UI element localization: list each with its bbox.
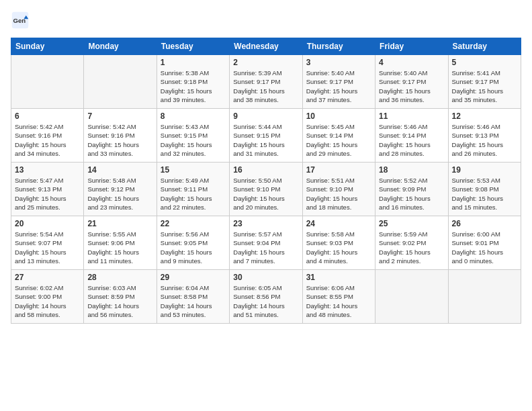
col-header-saturday: Saturday [448,38,521,55]
week-row-3: 20Sunrise: 5:54 AM Sunset: 9:07 PM Dayli… [11,216,521,270]
calendar-header-row: SundayMondayTuesdayWednesdayThursdayFrid… [11,38,521,55]
day-number: 1 [161,58,226,67]
col-header-wednesday: Wednesday [230,38,302,55]
day-info: Sunrise: 5:46 AM Sunset: 9:14 PM Dayligh… [379,122,444,158]
day-info: Sunrise: 6:00 AM Sunset: 9:01 PM Dayligh… [452,230,517,265]
col-header-monday: Monday [84,38,157,55]
day-number: 3 [306,58,371,67]
calendar-cell: 16Sunrise: 5:50 AM Sunset: 9:10 PM Dayli… [230,163,302,216]
calendar-cell: 19Sunrise: 5:53 AM Sunset: 9:08 PM Dayli… [448,163,521,216]
day-number: 23 [233,219,298,228]
day-info: Sunrise: 5:40 AM Sunset: 9:17 PM Dayligh… [379,68,444,104]
day-number: 22 [161,219,226,228]
logo-icon: Gen [11,11,30,30]
calendar-cell: 9Sunrise: 5:44 AM Sunset: 9:15 PM Daylig… [230,109,302,163]
calendar-cell: 28Sunrise: 6:03 AM Sunset: 8:59 PM Dayli… [84,270,157,324]
day-number: 20 [15,219,80,228]
day-number: 10 [306,111,371,121]
day-info: Sunrise: 5:49 AM Sunset: 9:11 PM Dayligh… [161,176,226,212]
calendar-cell: 1Sunrise: 5:38 AM Sunset: 9:18 PM Daylig… [157,55,229,109]
day-info: Sunrise: 5:41 AM Sunset: 9:17 PM Dayligh… [452,68,517,104]
week-row-1: 6Sunrise: 5:42 AM Sunset: 9:16 PM Daylig… [11,109,521,163]
day-info: Sunrise: 5:47 AM Sunset: 9:13 PM Dayligh… [15,176,80,212]
day-info: Sunrise: 5:46 AM Sunset: 9:13 PM Dayligh… [452,122,517,158]
day-number: 27 [15,273,80,282]
day-number: 16 [233,165,298,175]
calendar-cell: 8Sunrise: 5:43 AM Sunset: 9:15 PM Daylig… [157,109,229,163]
day-info: Sunrise: 5:59 AM Sunset: 9:02 PM Dayligh… [379,230,444,265]
calendar-cell: 18Sunrise: 5:52 AM Sunset: 9:09 PM Dayli… [375,163,448,216]
day-number: 12 [452,111,517,121]
day-number: 28 [87,273,152,282]
day-number: 29 [161,273,226,282]
calendar-cell: 2Sunrise: 5:39 AM Sunset: 9:17 PM Daylig… [230,55,302,109]
day-number: 9 [233,111,298,121]
col-header-friday: Friday [375,38,448,55]
day-number: 26 [452,219,517,228]
day-info: Sunrise: 5:38 AM Sunset: 9:18 PM Dayligh… [161,68,226,104]
day-number: 19 [452,165,517,175]
day-info: Sunrise: 5:43 AM Sunset: 9:15 PM Dayligh… [161,122,226,158]
calendar-cell: 15Sunrise: 5:49 AM Sunset: 9:11 PM Dayli… [157,163,229,216]
day-number: 25 [379,219,444,228]
calendar-cell: 23Sunrise: 5:57 AM Sunset: 9:04 PM Dayli… [230,216,302,270]
header: Gen [11,11,521,30]
day-number: 5 [452,58,517,67]
day-info: Sunrise: 6:04 AM Sunset: 8:58 PM Dayligh… [161,283,226,319]
day-info: Sunrise: 6:02 AM Sunset: 9:00 PM Dayligh… [15,283,80,319]
day-info: Sunrise: 5:42 AM Sunset: 9:16 PM Dayligh… [87,122,152,158]
calendar-cell: 20Sunrise: 5:54 AM Sunset: 9:07 PM Dayli… [11,216,84,270]
day-number: 21 [87,219,152,228]
day-number: 18 [379,165,444,175]
calendar-cell: 17Sunrise: 5:51 AM Sunset: 9:10 PM Dayli… [302,163,375,216]
calendar-cell: 5Sunrise: 5:41 AM Sunset: 9:17 PM Daylig… [448,55,521,109]
day-info: Sunrise: 6:05 AM Sunset: 8:56 PM Dayligh… [233,283,298,319]
calendar-cell: 6Sunrise: 5:42 AM Sunset: 9:16 PM Daylig… [11,109,84,163]
calendar-cell: 25Sunrise: 5:59 AM Sunset: 9:02 PM Dayli… [375,216,448,270]
day-number: 6 [15,111,80,121]
calendar-cell: 11Sunrise: 5:46 AM Sunset: 9:14 PM Dayli… [375,109,448,163]
calendar-cell [448,270,521,324]
calendar-cell: 14Sunrise: 5:48 AM Sunset: 9:12 PM Dayli… [84,163,157,216]
day-number: 24 [306,219,371,228]
calendar-cell [375,270,448,324]
week-row-2: 13Sunrise: 5:47 AM Sunset: 9:13 PM Dayli… [11,163,521,216]
day-number: 11 [379,111,444,121]
calendar-cell: 10Sunrise: 5:45 AM Sunset: 9:14 PM Dayli… [302,109,375,163]
day-info: Sunrise: 5:57 AM Sunset: 9:04 PM Dayligh… [233,230,298,265]
logo: Gen [11,11,32,30]
day-info: Sunrise: 5:45 AM Sunset: 9:14 PM Dayligh… [306,122,371,158]
calendar-cell: 4Sunrise: 5:40 AM Sunset: 9:17 PM Daylig… [375,55,448,109]
col-header-thursday: Thursday [302,38,375,55]
calendar-cell: 29Sunrise: 6:04 AM Sunset: 8:58 PM Dayli… [157,270,229,324]
calendar-cell: 27Sunrise: 6:02 AM Sunset: 9:00 PM Dayli… [11,270,84,324]
day-info: Sunrise: 5:48 AM Sunset: 9:12 PM Dayligh… [87,176,152,212]
day-number: 7 [87,111,152,121]
day-info: Sunrise: 5:50 AM Sunset: 9:10 PM Dayligh… [233,176,298,212]
day-info: Sunrise: 5:44 AM Sunset: 9:15 PM Dayligh… [233,122,298,158]
col-header-sunday: Sunday [11,38,84,55]
day-info: Sunrise: 5:39 AM Sunset: 9:17 PM Dayligh… [233,68,298,104]
calendar-cell [11,55,84,109]
day-info: Sunrise: 5:56 AM Sunset: 9:05 PM Dayligh… [161,230,226,265]
day-number: 17 [306,165,371,175]
calendar-cell: 24Sunrise: 5:58 AM Sunset: 9:03 PM Dayli… [302,216,375,270]
day-info: Sunrise: 5:54 AM Sunset: 9:07 PM Dayligh… [15,230,80,265]
day-number: 14 [87,165,152,175]
day-number: 4 [379,58,444,67]
day-number: 13 [15,165,80,175]
calendar-cell: 3Sunrise: 5:40 AM Sunset: 9:17 PM Daylig… [302,55,375,109]
calendar-cell: 12Sunrise: 5:46 AM Sunset: 9:13 PM Dayli… [448,109,521,163]
day-number: 30 [233,273,298,282]
calendar-cell: 30Sunrise: 6:05 AM Sunset: 8:56 PM Dayli… [230,270,302,324]
calendar-cell: 21Sunrise: 5:55 AM Sunset: 9:06 PM Dayli… [84,216,157,270]
week-row-0: 1Sunrise: 5:38 AM Sunset: 9:18 PM Daylig… [11,55,521,109]
day-info: Sunrise: 5:51 AM Sunset: 9:10 PM Dayligh… [306,176,371,212]
calendar-cell: 13Sunrise: 5:47 AM Sunset: 9:13 PM Dayli… [11,163,84,216]
day-info: Sunrise: 6:03 AM Sunset: 8:59 PM Dayligh… [87,283,152,319]
calendar-cell: 7Sunrise: 5:42 AM Sunset: 9:16 PM Daylig… [84,109,157,163]
calendar-cell: 31Sunrise: 6:06 AM Sunset: 8:55 PM Dayli… [302,270,375,324]
week-row-4: 27Sunrise: 6:02 AM Sunset: 9:00 PM Dayli… [11,270,521,324]
day-info: Sunrise: 5:52 AM Sunset: 9:09 PM Dayligh… [379,176,444,212]
day-info: Sunrise: 5:55 AM Sunset: 9:06 PM Dayligh… [87,230,152,265]
